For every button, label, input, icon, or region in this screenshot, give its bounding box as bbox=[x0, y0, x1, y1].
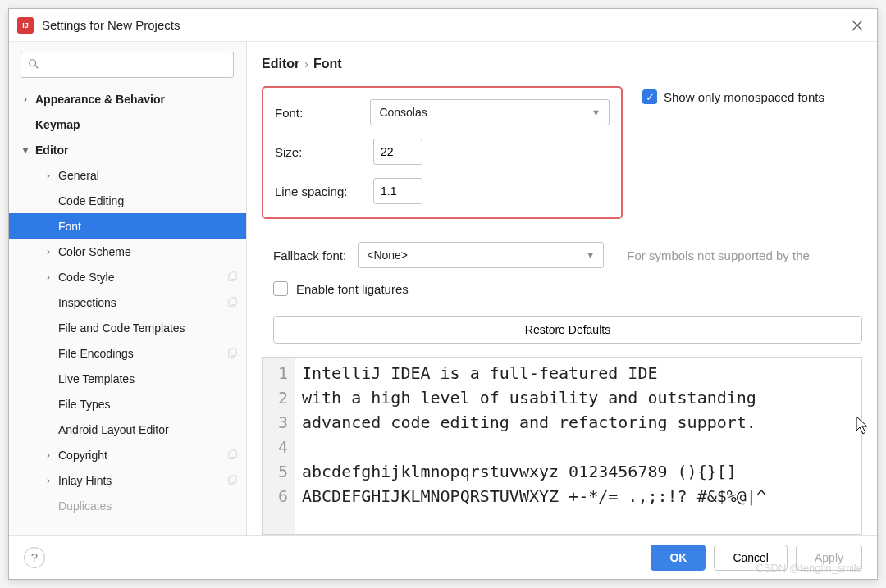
copy-icon bbox=[226, 475, 238, 486]
chevron-none-icon bbox=[42, 500, 55, 512]
sidebar-item-label: Android Layout Editor bbox=[58, 423, 169, 436]
chevron-none-icon bbox=[42, 195, 55, 207]
sidebar-item-label: Inspections bbox=[58, 296, 116, 309]
copy-icon bbox=[226, 348, 238, 359]
sidebar-item-duplicates[interactable]: Duplicates bbox=[9, 493, 246, 518]
chevron-down-icon: ▼ bbox=[591, 107, 601, 117]
search-icon bbox=[28, 58, 39, 72]
chevron-right-icon: › bbox=[304, 57, 308, 71]
breadcrumb: Editor › Font bbox=[247, 42, 877, 78]
sidebar-item-label: Code Editing bbox=[58, 194, 124, 207]
sidebar-item-label: Editor bbox=[35, 144, 68, 157]
sidebar-item-font[interactable]: Font bbox=[9, 213, 246, 239]
chevron-none-icon bbox=[42, 399, 55, 410]
search-input[interactable] bbox=[21, 52, 234, 78]
sidebar-item-file-and-code-templates[interactable]: File and Code Templates bbox=[9, 315, 246, 340]
ligatures-checkbox-row[interactable]: Enable font ligatures bbox=[247, 276, 877, 301]
chevron-none-icon bbox=[42, 373, 55, 385]
gutter: 123456 bbox=[263, 358, 295, 534]
font-value: Consolas bbox=[379, 106, 591, 119]
chevron-none-icon bbox=[42, 221, 55, 232]
sidebar-item-label: Appearance & Behavior bbox=[35, 93, 165, 106]
sidebar-item-code-editing[interactable]: Code Editing bbox=[9, 188, 246, 213]
preview-editor[interactable]: 123456 IntelliJ IDEA is a full-featured … bbox=[262, 357, 862, 535]
sidebar-item-keymap[interactable]: Keymap bbox=[9, 112, 246, 137]
search-field[interactable] bbox=[44, 58, 226, 71]
sidebar-item-file-types[interactable]: File Types bbox=[9, 391, 246, 417]
sidebar-item-copyright[interactable]: ›Copyright bbox=[9, 442, 246, 467]
chevron-none-icon bbox=[42, 297, 55, 308]
sidebar-item-label: File and Code Templates bbox=[58, 321, 185, 335]
titlebar: Settings for New Projects bbox=[9, 9, 877, 42]
svg-point-0 bbox=[30, 59, 36, 66]
svg-rect-3 bbox=[231, 271, 236, 279]
sidebar-item-code-style[interactable]: ›Code Style bbox=[9, 264, 246, 289]
ligatures-checkbox[interactable] bbox=[273, 281, 288, 296]
sidebar-item-general[interactable]: ›General bbox=[9, 162, 246, 188]
sidebar-item-live-templates[interactable]: Live Templates bbox=[9, 366, 246, 391]
size-label: Size: bbox=[275, 145, 373, 159]
chevron-down-icon: ▾ bbox=[19, 144, 32, 156]
svg-rect-7 bbox=[231, 348, 236, 355]
chevron-right-icon: › bbox=[42, 170, 55, 181]
sidebar-item-label: Code Style bbox=[58, 271, 114, 284]
svg-rect-9 bbox=[231, 449, 236, 457]
dialog-body: ›Appearance & Behavior Keymap▾Editor›Gen… bbox=[9, 42, 877, 535]
app-icon bbox=[17, 17, 34, 34]
window-title: Settings for New Projects bbox=[42, 18, 180, 32]
fallback-hint: For symbols not supported by the bbox=[627, 248, 810, 262]
sidebar: ›Appearance & Behavior Keymap▾Editor›Gen… bbox=[9, 42, 247, 535]
main-panel: Editor › Font Font: Consolas ▼ Size: bbox=[247, 42, 877, 535]
chevron-right-icon: › bbox=[42, 475, 55, 486]
chevron-none-icon bbox=[42, 322, 55, 334]
sidebar-item-label: Color Scheme bbox=[58, 245, 131, 258]
monospaced-checkbox[interactable]: ✓ bbox=[642, 89, 657, 104]
copy-icon bbox=[226, 297, 238, 308]
size-input[interactable] bbox=[373, 139, 422, 165]
font-select[interactable]: Consolas ▼ bbox=[370, 99, 610, 125]
sidebar-item-color-scheme[interactable]: ›Color Scheme bbox=[9, 239, 246, 264]
copy-icon bbox=[226, 449, 238, 461]
sidebar-item-label: General bbox=[58, 169, 99, 182]
chevron-right-icon: › bbox=[42, 246, 55, 258]
close-icon[interactable] bbox=[846, 14, 869, 37]
ok-button[interactable]: OK bbox=[651, 545, 706, 571]
chevron-none-icon bbox=[42, 348, 55, 359]
chevron-none-icon bbox=[19, 119, 32, 130]
sidebar-item-editor[interactable]: ▾Editor bbox=[9, 137, 246, 162]
sidebar-item-label: Font bbox=[58, 220, 81, 233]
line-spacing-label: Line spacing: bbox=[275, 185, 373, 198]
sidebar-item-inspections[interactable]: Inspections bbox=[9, 289, 246, 315]
font-label: Font: bbox=[275, 106, 370, 120]
chevron-none-icon bbox=[42, 424, 55, 435]
sidebar-item-label: Duplicates bbox=[58, 499, 112, 513]
help-button[interactable]: ? bbox=[24, 547, 45, 568]
fallback-label: Fallback font: bbox=[273, 248, 346, 262]
fallback-row: Fallback font: <None> ▼ For symbols not … bbox=[247, 222, 877, 276]
chevron-right-icon: › bbox=[19, 93, 32, 105]
sidebar-item-label: Copyright bbox=[58, 449, 107, 462]
sidebar-item-label: Keymap bbox=[35, 118, 80, 131]
search-wrap bbox=[9, 42, 246, 86]
sidebar-item-label: File Encodings bbox=[58, 347, 134, 360]
sidebar-item-android-layout-editor[interactable]: Android Layout Editor bbox=[9, 417, 246, 442]
restore-defaults-button[interactable]: Restore Defaults bbox=[273, 316, 862, 344]
svg-rect-11 bbox=[231, 475, 236, 482]
svg-line-1 bbox=[35, 65, 39, 68]
chevron-down-icon: ▼ bbox=[586, 250, 595, 260]
breadcrumb-current: Font bbox=[313, 57, 342, 71]
monospaced-checkbox-row[interactable]: ✓ Show only monospaced fonts bbox=[642, 89, 824, 104]
settings-tree[interactable]: ›Appearance & Behavior Keymap▾Editor›Gen… bbox=[9, 86, 246, 535]
sidebar-item-inlay-hints[interactable]: ›Inlay Hints bbox=[9, 467, 246, 493]
sidebar-item-appearance-behavior[interactable]: ›Appearance & Behavior bbox=[9, 86, 246, 112]
chevron-right-icon: › bbox=[42, 271, 55, 283]
settings-dialog: Settings for New Projects ›Appearance & … bbox=[8, 8, 878, 580]
fallback-select[interactable]: <None> ▼ bbox=[358, 242, 604, 268]
sidebar-item-file-encodings[interactable]: File Encodings bbox=[9, 340, 246, 366]
ligatures-label: Enable font ligatures bbox=[296, 282, 409, 296]
sidebar-item-label: Inlay Hints bbox=[58, 474, 112, 487]
line-spacing-input[interactable] bbox=[373, 178, 422, 204]
breadcrumb-parent[interactable]: Editor bbox=[262, 57, 299, 71]
sidebar-item-label: Live Templates bbox=[58, 372, 135, 385]
fallback-value: <None> bbox=[367, 248, 586, 262]
